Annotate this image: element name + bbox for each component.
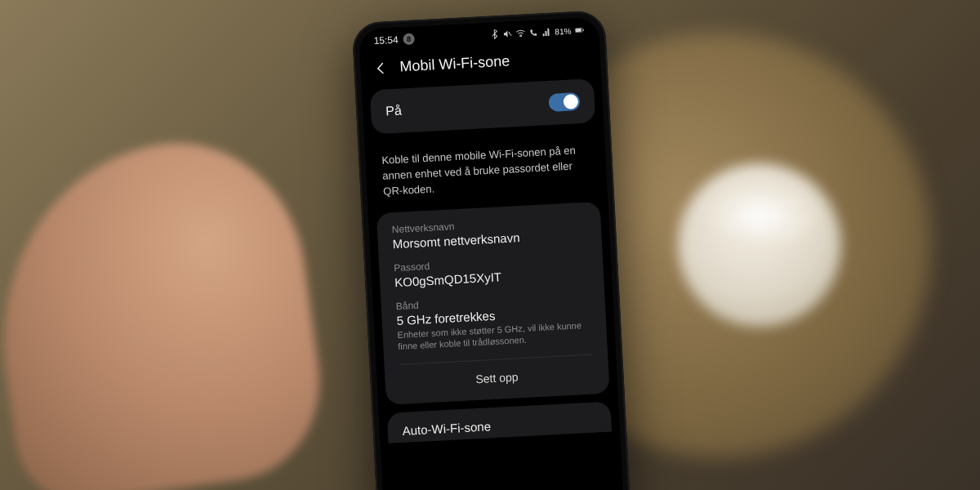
setup-button[interactable]: Sett opp bbox=[399, 355, 595, 399]
toggle-knob bbox=[563, 94, 578, 109]
notification-count-badge: 8 bbox=[403, 33, 415, 45]
hotspot-toggle-switch[interactable] bbox=[548, 92, 580, 112]
mute-icon bbox=[502, 29, 513, 39]
hotspot-description: Koble til denne mobile Wi-Fi-sonen på en… bbox=[364, 130, 608, 213]
toggle-label: På bbox=[385, 103, 402, 118]
wifi-calling-icon bbox=[528, 28, 539, 38]
phone-frame: 15:54 8 81% Mobil Wi-Fi-sone På bbox=[352, 10, 631, 490]
battery-percentage: 81% bbox=[555, 26, 572, 36]
page-title: Mobil Wi-Fi-sone bbox=[399, 52, 510, 75]
background-cup bbox=[678, 163, 841, 327]
network-name-row[interactable]: Nettverksnavn Morsomt nettverksnavn bbox=[391, 213, 586, 250]
phone-screen: 15:54 8 81% Mobil Wi-Fi-sone På bbox=[359, 17, 624, 490]
back-icon[interactable] bbox=[373, 60, 389, 76]
band-row[interactable]: Bånd 5 GHz foretrekkes Enheter som ikke … bbox=[395, 290, 592, 353]
auto-hotspot-card[interactable]: Auto-Wi-Fi-sone bbox=[387, 402, 612, 443]
battery-icon bbox=[574, 25, 585, 36]
svg-line-0 bbox=[509, 32, 511, 36]
signal-icon bbox=[541, 27, 552, 38]
svg-rect-3 bbox=[583, 29, 584, 31]
hand-holding-phone bbox=[0, 127, 332, 490]
svg-rect-2 bbox=[576, 29, 581, 32]
status-time: 15:54 bbox=[373, 34, 399, 47]
bluetooth-icon bbox=[489, 29, 500, 40]
wifi-icon bbox=[515, 28, 526, 38]
auto-hotspot-title: Auto-Wi-Fi-sone bbox=[402, 414, 597, 438]
network-info-card: Nettverksnavn Morsomt nettverksnavn Pass… bbox=[376, 201, 610, 405]
password-row[interactable]: Passord KO0gSmQD15XyIT bbox=[394, 252, 589, 288]
